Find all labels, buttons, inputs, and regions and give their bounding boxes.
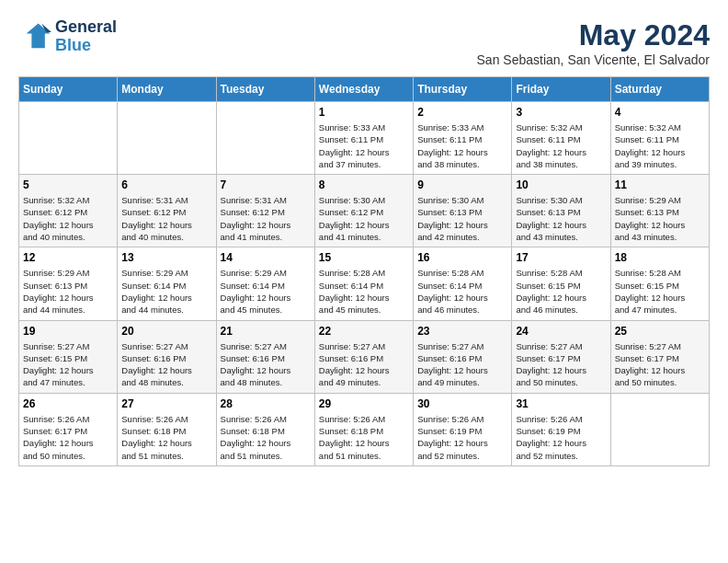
calendar-day-30: 30Sunrise: 5:26 AMSunset: 6:19 PMDayligh…: [414, 393, 512, 465]
day-info: Sunrise: 5:26 AMSunset: 6:19 PMDaylight:…: [516, 413, 606, 462]
weekday-header-wednesday: Wednesday: [314, 77, 413, 102]
day-info: Sunrise: 5:29 AMSunset: 6:14 PMDaylight:…: [121, 267, 211, 316]
day-info: Sunrise: 5:28 AMSunset: 6:14 PMDaylight:…: [417, 267, 507, 316]
day-info: Sunrise: 5:32 AMSunset: 6:12 PMDaylight:…: [23, 194, 113, 243]
calendar-day-16: 16Sunrise: 5:28 AMSunset: 6:14 PMDayligh…: [414, 247, 512, 320]
day-info: Sunrise: 5:27 AMSunset: 6:15 PMDaylight:…: [23, 340, 113, 389]
weekday-header-saturday: Saturday: [610, 77, 709, 102]
day-info: Sunrise: 5:28 AMSunset: 6:15 PMDaylight:…: [615, 267, 705, 316]
calendar-day-5: 5Sunrise: 5:32 AMSunset: 6:12 PMDaylight…: [19, 175, 118, 247]
day-number: 18: [615, 251, 705, 264]
calendar-empty-cell: [216, 102, 314, 175]
day-number: 12: [23, 251, 113, 264]
calendar-header-row: SundayMondayTuesdayWednesdayThursdayFrid…: [19, 77, 710, 102]
calendar-day-4: 4Sunrise: 5:32 AMSunset: 6:11 PMDaylight…: [610, 102, 709, 175]
calendar-day-1: 1Sunrise: 5:33 AMSunset: 6:11 PMDaylight…: [314, 102, 413, 175]
day-info: Sunrise: 5:27 AMSunset: 6:16 PMDaylight:…: [121, 340, 211, 389]
calendar-day-14: 14Sunrise: 5:29 AMSunset: 6:14 PMDayligh…: [216, 247, 314, 320]
day-info: Sunrise: 5:28 AMSunset: 6:15 PMDaylight:…: [516, 267, 606, 316]
day-info: Sunrise: 5:31 AMSunset: 6:12 PMDaylight:…: [221, 194, 311, 243]
calendar-day-7: 7Sunrise: 5:31 AMSunset: 6:12 PMDaylight…: [216, 175, 314, 247]
calendar-day-20: 20Sunrise: 5:27 AMSunset: 6:16 PMDayligh…: [118, 320, 216, 393]
day-number: 5: [23, 178, 113, 191]
calendar-day-11: 11Sunrise: 5:29 AMSunset: 6:13 PMDayligh…: [610, 175, 709, 247]
calendar-table: SundayMondayTuesdayWednesdayThursdayFrid…: [18, 76, 710, 466]
day-info: Sunrise: 5:33 AMSunset: 6:11 PMDaylight:…: [417, 121, 507, 170]
location-subtitle: San Sebastian, San Vicente, El Salvador: [477, 52, 710, 67]
svg-marker-0: [27, 23, 51, 48]
month-year-title: May 2024: [477, 18, 710, 52]
day-info: Sunrise: 5:26 AMSunset: 6:18 PMDaylight:…: [221, 413, 311, 462]
day-info: Sunrise: 5:33 AMSunset: 6:11 PMDaylight:…: [319, 121, 409, 170]
calendar-empty-cell: [610, 393, 709, 465]
calendar-day-2: 2Sunrise: 5:33 AMSunset: 6:11 PMDaylight…: [414, 102, 512, 175]
calendar-week-row: 5Sunrise: 5:32 AMSunset: 6:12 PMDaylight…: [19, 175, 710, 247]
day-number: 25: [615, 325, 705, 338]
day-info: Sunrise: 5:29 AMSunset: 6:13 PMDaylight:…: [23, 267, 113, 316]
header: General Blue May 2024 San Sebastian, San…: [18, 18, 710, 67]
day-number: 29: [319, 397, 409, 410]
weekday-header-monday: Monday: [118, 77, 216, 102]
day-number: 3: [516, 106, 606, 119]
day-number: 4: [615, 106, 705, 119]
day-number: 13: [121, 251, 211, 264]
day-number: 20: [121, 325, 211, 338]
calendar-day-12: 12Sunrise: 5:29 AMSunset: 6:13 PMDayligh…: [19, 247, 118, 320]
title-area: May 2024 San Sebastian, San Vicente, El …: [477, 18, 710, 67]
weekday-header-friday: Friday: [512, 77, 610, 102]
calendar-day-24: 24Sunrise: 5:27 AMSunset: 6:17 PMDayligh…: [512, 320, 610, 393]
day-number: 31: [516, 397, 606, 410]
day-info: Sunrise: 5:30 AMSunset: 6:13 PMDaylight:…: [516, 194, 606, 243]
day-number: 22: [319, 325, 409, 338]
day-info: Sunrise: 5:30 AMSunset: 6:12 PMDaylight:…: [319, 194, 409, 243]
calendar-day-15: 15Sunrise: 5:28 AMSunset: 6:14 PMDayligh…: [314, 247, 413, 320]
day-info: Sunrise: 5:26 AMSunset: 6:18 PMDaylight:…: [121, 413, 211, 462]
day-number: 9: [417, 178, 507, 191]
logo-icon: [18, 20, 51, 53]
calendar-day-3: 3Sunrise: 5:32 AMSunset: 6:11 PMDaylight…: [512, 102, 610, 175]
day-info: Sunrise: 5:30 AMSunset: 6:13 PMDaylight:…: [417, 194, 507, 243]
calendar-day-29: 29Sunrise: 5:26 AMSunset: 6:18 PMDayligh…: [314, 393, 413, 465]
calendar-day-19: 19Sunrise: 5:27 AMSunset: 6:15 PMDayligh…: [19, 320, 118, 393]
day-info: Sunrise: 5:28 AMSunset: 6:14 PMDaylight:…: [319, 267, 409, 316]
day-info: Sunrise: 5:32 AMSunset: 6:11 PMDaylight:…: [516, 121, 606, 170]
calendar-day-10: 10Sunrise: 5:30 AMSunset: 6:13 PMDayligh…: [512, 175, 610, 247]
calendar-day-18: 18Sunrise: 5:28 AMSunset: 6:15 PMDayligh…: [610, 247, 709, 320]
calendar-day-23: 23Sunrise: 5:27 AMSunset: 6:16 PMDayligh…: [414, 320, 512, 393]
day-info: Sunrise: 5:27 AMSunset: 6:16 PMDaylight:…: [221, 340, 311, 389]
day-number: 11: [615, 178, 705, 191]
day-number: 2: [417, 106, 507, 119]
calendar-week-row: 19Sunrise: 5:27 AMSunset: 6:15 PMDayligh…: [19, 320, 710, 393]
calendar-day-27: 27Sunrise: 5:26 AMSunset: 6:18 PMDayligh…: [118, 393, 216, 465]
day-info: Sunrise: 5:27 AMSunset: 6:16 PMDaylight:…: [319, 340, 409, 389]
day-info: Sunrise: 5:29 AMSunset: 6:14 PMDaylight:…: [221, 267, 311, 316]
day-number: 21: [221, 325, 311, 338]
day-info: Sunrise: 5:32 AMSunset: 6:11 PMDaylight:…: [615, 121, 705, 170]
day-info: Sunrise: 5:27 AMSunset: 6:17 PMDaylight:…: [615, 340, 705, 389]
day-info: Sunrise: 5:29 AMSunset: 6:13 PMDaylight:…: [615, 194, 705, 243]
calendar-body: 1Sunrise: 5:33 AMSunset: 6:11 PMDaylight…: [19, 102, 710, 466]
calendar-day-21: 21Sunrise: 5:27 AMSunset: 6:16 PMDayligh…: [216, 320, 314, 393]
day-info: Sunrise: 5:26 AMSunset: 6:17 PMDaylight:…: [23, 413, 113, 462]
day-number: 30: [417, 397, 507, 410]
calendar-week-row: 12Sunrise: 5:29 AMSunset: 6:13 PMDayligh…: [19, 247, 710, 320]
calendar-day-25: 25Sunrise: 5:27 AMSunset: 6:17 PMDayligh…: [610, 320, 709, 393]
day-number: 1: [319, 106, 409, 119]
weekday-header-tuesday: Tuesday: [216, 77, 314, 102]
calendar-empty-cell: [19, 102, 118, 175]
day-info: Sunrise: 5:27 AMSunset: 6:17 PMDaylight:…: [516, 340, 606, 389]
day-info: Sunrise: 5:26 AMSunset: 6:19 PMDaylight:…: [417, 413, 507, 462]
calendar-empty-cell: [118, 102, 216, 175]
calendar-day-6: 6Sunrise: 5:31 AMSunset: 6:12 PMDaylight…: [118, 175, 216, 247]
calendar-day-8: 8Sunrise: 5:30 AMSunset: 6:12 PMDaylight…: [314, 175, 413, 247]
logo-text: General Blue: [55, 18, 117, 55]
day-number: 24: [516, 325, 606, 338]
weekday-header-sunday: Sunday: [19, 77, 118, 102]
calendar-day-28: 28Sunrise: 5:26 AMSunset: 6:18 PMDayligh…: [216, 393, 314, 465]
day-number: 6: [121, 178, 211, 191]
day-number: 23: [417, 325, 507, 338]
day-number: 28: [221, 397, 311, 410]
day-info: Sunrise: 5:31 AMSunset: 6:12 PMDaylight:…: [121, 194, 211, 243]
calendar-day-17: 17Sunrise: 5:28 AMSunset: 6:15 PMDayligh…: [512, 247, 610, 320]
weekday-header-thursday: Thursday: [414, 77, 512, 102]
